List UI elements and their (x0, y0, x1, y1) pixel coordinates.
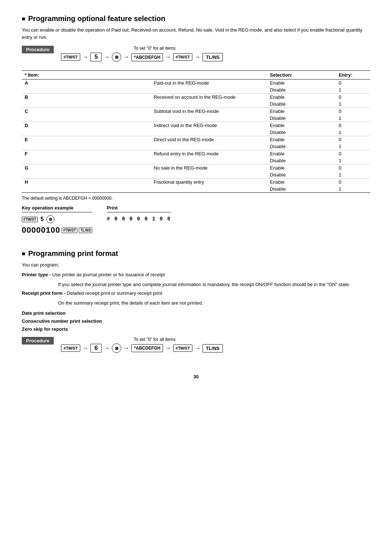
table-desc-empty-5 (151, 157, 267, 164)
flow-arrow4: → (165, 54, 171, 60)
table-entry1-5: 0 (336, 150, 370, 158)
table-letter-empty-3 (22, 129, 151, 136)
table-sel1-1: Enable (267, 94, 336, 101)
flow-arrow5: → (195, 54, 200, 60)
table-letter-empty-2 (22, 115, 151, 122)
flow-abcdefgh-container: *ABCDEFGH (131, 53, 163, 61)
table-letter-empty-4 (22, 143, 151, 150)
table-desc-empty-6 (151, 171, 267, 179)
flow-key2: #TM/ST (173, 53, 192, 61)
table-desc-4: Direct void in the REG-mode (151, 136, 267, 143)
table-sel1-2: Enable (267, 108, 336, 115)
table-desc-3: Indirect void in the REG-mode (151, 122, 267, 129)
section1-intro: You can enable or disable the operation … (22, 27, 370, 41)
flow2-abcdefgh: *ABCDEFGH (131, 344, 163, 352)
procedure-flow-2: Procedure To set "0" for all items #TM/S… (22, 337, 370, 359)
key-seq-bottom: 00000100 #TM/ST TL/NS (22, 225, 92, 235)
table-desc-empty-7 (151, 186, 267, 193)
flow-abcdefgh: *ABCDEFGH (131, 53, 163, 61)
table-entry1-7: 0 (336, 179, 370, 186)
table-desc-5: Refund entry in the REG-mode (151, 150, 267, 158)
table-sel1-7: Enable (267, 179, 336, 186)
section1-title: Programming optional feature selection (22, 15, 370, 23)
section2-intro: You can program; (22, 261, 370, 269)
table-entry2-3: 1 (336, 129, 370, 136)
table-sel2-0: Disable (267, 86, 336, 94)
receipt-text: Detailed receipt print or summary receip… (67, 290, 162, 296)
flow-arrow2: → (104, 54, 110, 60)
to-set-note-1: To set "0" for all items (134, 46, 222, 51)
seq-tmst2: #TM/ST (62, 228, 78, 233)
consecutive-num: Consecutive number print selection (22, 317, 370, 325)
flow2-arrow2: → (104, 345, 110, 351)
table-desc-empty-0 (151, 86, 267, 94)
table-entry2-4: 1 (336, 143, 370, 150)
receipt-line: Receipt print form - Detailed receipt pr… (22, 290, 370, 297)
table-entry1-6: 0 (336, 164, 370, 172)
printer-type-text: Use printer as journal printer or for is… (52, 272, 165, 277)
flow2-arrow4: → (165, 345, 171, 351)
seq-circle: ⊗ (46, 215, 54, 223)
to-set-note-2: To set "0" for all items (134, 337, 222, 342)
table-desc-7: Fractional quantity entry (151, 179, 267, 186)
table-sel2-7: Disable (267, 186, 336, 193)
flow2-arrow1: → (82, 345, 88, 351)
table-desc-empty-3 (151, 129, 267, 136)
table-sel2-3: Disable (267, 129, 336, 136)
flow2-abcdefgh-container: *ABCDEFGH (131, 344, 163, 352)
flow-num: 5 (90, 53, 102, 61)
table-sel2-1: Disable (267, 101, 336, 108)
table-letter-3: D (22, 122, 151, 129)
key-seq-top: #TM/ST 5 ⊗ (22, 215, 92, 223)
printer-type-label: Printer type - (22, 272, 51, 277)
table-letter-empty-6 (22, 171, 151, 179)
table-letter-2: C (22, 108, 151, 115)
flow2-key2: #TM/ST (173, 345, 192, 352)
receipt-note: On the summary receipt print, the detail… (58, 300, 370, 307)
col-entry: Entry: (336, 71, 370, 80)
table-letter-4: E (22, 136, 151, 143)
table-sel1-5: Enable (267, 150, 336, 158)
table-entry1-1: 0 (336, 94, 370, 101)
table-letter-0: A (22, 80, 151, 87)
default-text: The default setting is ABCDEFGH = 000000… (22, 196, 370, 201)
table-entry2-7: 1 (336, 186, 370, 193)
table-sel1-3: Enable (267, 122, 336, 129)
table-entry2-0: 1 (336, 86, 370, 94)
table-letter-empty-0 (22, 86, 151, 94)
printer-type-line: Printer type - Use printer as journal pr… (22, 271, 370, 279)
table-desc-2: Subtotal void in the REG-mode (151, 108, 267, 115)
seq-5: 5 (41, 216, 44, 223)
col-selection: Selection: (267, 71, 336, 80)
procedure-label-1: Procedure (22, 46, 54, 53)
receipt-label: Receipt print form - (22, 290, 65, 296)
printer-type-note: If you select the journal printer type a… (58, 281, 370, 289)
table-letter-empty-5 (22, 157, 151, 164)
table-letter-6: G (22, 164, 151, 172)
flow2-key1: #TM/ST (61, 345, 80, 352)
table-entry2-1: 1 (336, 101, 370, 108)
flow-diagram-2: #TM/ST → 6 → ⊗ → *ABCDEFGH → #TM/ST → TL… (61, 343, 222, 353)
table-desc-1: Received on account in the REG-mode (151, 94, 267, 101)
flow2-num: 6 (90, 344, 102, 353)
flow-diagram-1: #TM/ST → 5 → ⊗ → *ABCDEFGH → #TM/ST → TL… (61, 52, 222, 62)
table-desc-empty-4 (151, 143, 267, 150)
table-entry2-5: 1 (336, 157, 370, 164)
seq-number: 00000100 (22, 225, 60, 235)
table-sel2-2: Disable (267, 115, 336, 122)
table-desc-empty-2 (151, 115, 267, 122)
key-op-col: Key operation example #TM/ST 5 ⊗ 0000010… (22, 205, 92, 235)
flow-arrow3: → (123, 54, 129, 60)
date-items: Date print selection Consecutive number … (22, 309, 370, 333)
procedure-label-2: Procedure (22, 337, 54, 345)
section2-title: Programming print format (22, 249, 370, 258)
table-entry2-6: 1 (336, 171, 370, 179)
seq-tmst1: #TM/ST (22, 217, 38, 222)
table-entry1-2: 0 (336, 108, 370, 115)
table-sel1-4: Enable (267, 136, 336, 143)
date-print: Date print selection (22, 309, 370, 317)
section2: Programming print format You can program… (22, 249, 370, 359)
table-letter-5: F (22, 150, 151, 158)
flow2-arrow3: → (123, 345, 129, 351)
zero-skip: Zero skip for reports (22, 325, 370, 333)
